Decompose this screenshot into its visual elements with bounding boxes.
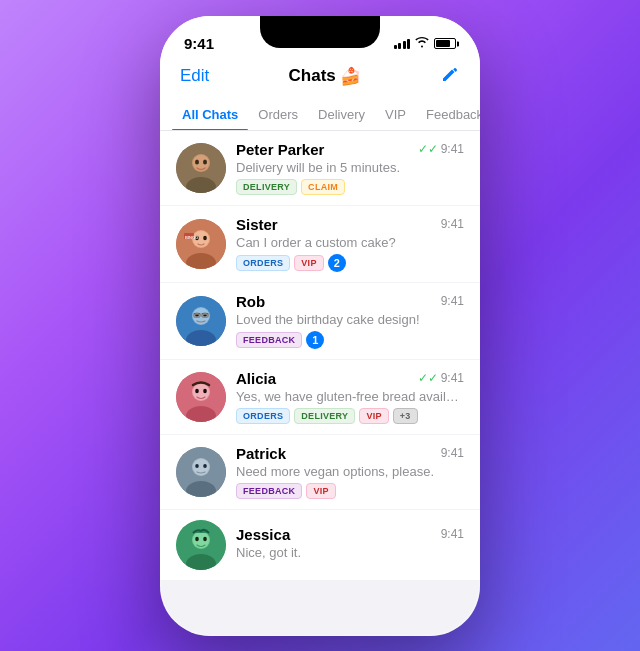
- header: Edit Chats 🍰: [160, 60, 480, 99]
- phone-frame: 9:41 Edit Chats 🍰: [160, 16, 480, 636]
- chat-name: Jessica: [236, 526, 290, 543]
- tag-vip: VIP: [294, 255, 323, 271]
- chat-time-wrap: 9:41: [441, 294, 464, 308]
- chat-time-wrap: 9:41: [441, 446, 464, 460]
- edit-button[interactable]: Edit: [180, 66, 209, 86]
- chat-message: Can I order a custom cake?: [236, 235, 464, 250]
- chat-message: Need more vegan options, please.: [236, 464, 464, 479]
- chat-tags: ORDERS VIP 2: [236, 254, 464, 272]
- chat-time-wrap: ✓✓ 9:41: [418, 371, 464, 385]
- notch: [260, 16, 380, 48]
- svg-point-29: [203, 388, 207, 392]
- status-icons: [394, 37, 457, 51]
- tab-all-chats[interactable]: All Chats: [172, 99, 248, 130]
- chat-time: 9:41: [441, 294, 464, 308]
- chat-time-wrap: ✓✓ 9:41: [418, 142, 464, 156]
- svg-point-40: [195, 536, 199, 540]
- chat-name: Patrick: [236, 445, 286, 462]
- chat-top: Alicia ✓✓ 9:41: [236, 370, 464, 387]
- tag-more: +3: [393, 408, 418, 424]
- tab-orders[interactable]: Orders: [248, 99, 308, 130]
- list-item[interactable]: Jessica 9:41 Nice, got it.: [160, 510, 480, 581]
- chat-name: Rob: [236, 293, 265, 310]
- chat-name: Sister: [236, 216, 278, 233]
- chat-time: 9:41: [441, 142, 464, 156]
- read-check-icon: ✓✓: [418, 371, 438, 385]
- chat-content: Rob 9:41 Loved the birthday cake design!…: [236, 293, 464, 349]
- status-time: 9:41: [184, 35, 214, 52]
- svg-point-41: [203, 536, 207, 540]
- unread-badge: 1: [306, 331, 324, 349]
- chat-message: Loved the birthday cake design!: [236, 312, 464, 327]
- chat-list: Peter Parker ✓✓ 9:41 Delivery will be in…: [160, 131, 480, 581]
- list-item[interactable]: Alicia ✓✓ 9:41 Yes, we have gluten-free …: [160, 360, 480, 435]
- chat-time: 9:41: [441, 527, 464, 541]
- chat-top: Patrick 9:41: [236, 445, 464, 462]
- avatar: [176, 143, 226, 193]
- avatar: [176, 520, 226, 570]
- tag-vip: VIP: [359, 408, 388, 424]
- tab-delivery[interactable]: Delivery: [308, 99, 375, 130]
- signal-icon: [394, 39, 411, 49]
- chat-content: Peter Parker ✓✓ 9:41 Delivery will be in…: [236, 141, 464, 195]
- chat-name: Peter Parker: [236, 141, 324, 158]
- avatar: [176, 296, 226, 346]
- list-item[interactable]: Patrick 9:41 Need more vegan options, pl…: [160, 435, 480, 510]
- chat-time: 9:41: [441, 371, 464, 385]
- chat-tags: FEEDBACK 1: [236, 331, 464, 349]
- wifi-icon: [415, 37, 429, 51]
- read-check-icon: ✓✓: [418, 142, 438, 156]
- chat-content: Sister 9:41 Can I order a custom cake? O…: [236, 216, 464, 272]
- tab-feedback[interactable]: Feedback: [416, 99, 480, 130]
- chat-top: Peter Parker ✓✓ 9:41: [236, 141, 464, 158]
- tag-feedback: FEEDBACK: [236, 483, 302, 499]
- chat-time-wrap: 9:41: [441, 527, 464, 541]
- avatar: [176, 372, 226, 422]
- tag-orders: ORDERS: [236, 255, 290, 271]
- chat-top: Rob 9:41: [236, 293, 464, 310]
- chat-tags: FEEDBACK VIP: [236, 483, 464, 499]
- svg-point-34: [195, 464, 199, 468]
- avatar: [176, 447, 226, 497]
- tag-claim: CLAIM: [301, 179, 345, 195]
- chat-time: 9:41: [441, 446, 464, 460]
- tag-vip: VIP: [306, 483, 335, 499]
- chat-content: Patrick 9:41 Need more vegan options, pl…: [236, 445, 464, 499]
- chat-message: Delivery will be in 5 minutes.: [236, 160, 464, 175]
- chat-content: Jessica 9:41 Nice, got it.: [236, 526, 464, 564]
- chat-time-wrap: 9:41: [441, 217, 464, 231]
- svg-point-11: [203, 235, 207, 239]
- svg-point-4: [195, 159, 199, 164]
- chat-tags: DELIVERY CLAIM: [236, 179, 464, 195]
- avatar: BINGO: [176, 219, 226, 269]
- tab-vip[interactable]: VIP: [375, 99, 416, 130]
- list-item[interactable]: BINGO Sister 9:41 Can I order a custom c…: [160, 206, 480, 283]
- svg-point-35: [203, 464, 207, 468]
- chat-name: Alicia: [236, 370, 276, 387]
- chat-message: Yes, we have gluten-free bread available…: [236, 389, 464, 404]
- unread-badge: 2: [328, 254, 346, 272]
- page-title: Chats 🍰: [289, 66, 361, 87]
- tag-delivery: DELIVERY: [294, 408, 355, 424]
- svg-text:BINGO: BINGO: [185, 235, 198, 240]
- svg-point-5: [203, 159, 207, 164]
- tag-delivery: DELIVERY: [236, 179, 297, 195]
- chat-time: 9:41: [441, 217, 464, 231]
- tabs-bar: All Chats Orders Delivery VIP Feedback: [160, 99, 480, 131]
- chat-top: Jessica 9:41: [236, 526, 464, 543]
- list-item[interactable]: Peter Parker ✓✓ 9:41 Delivery will be in…: [160, 131, 480, 206]
- tag-orders: ORDERS: [236, 408, 290, 424]
- list-item[interactable]: Rob 9:41 Loved the birthday cake design!…: [160, 283, 480, 360]
- tag-feedback: FEEDBACK: [236, 332, 302, 348]
- svg-point-28: [195, 388, 199, 392]
- chat-content: Alicia ✓✓ 9:41 Yes, we have gluten-free …: [236, 370, 464, 424]
- compose-button[interactable]: [440, 64, 460, 89]
- chat-tags: ORDERS DELIVERY VIP +3: [236, 408, 464, 424]
- chat-message: Nice, got it.: [236, 545, 464, 560]
- chat-top: Sister 9:41: [236, 216, 464, 233]
- battery-icon: [434, 38, 456, 49]
